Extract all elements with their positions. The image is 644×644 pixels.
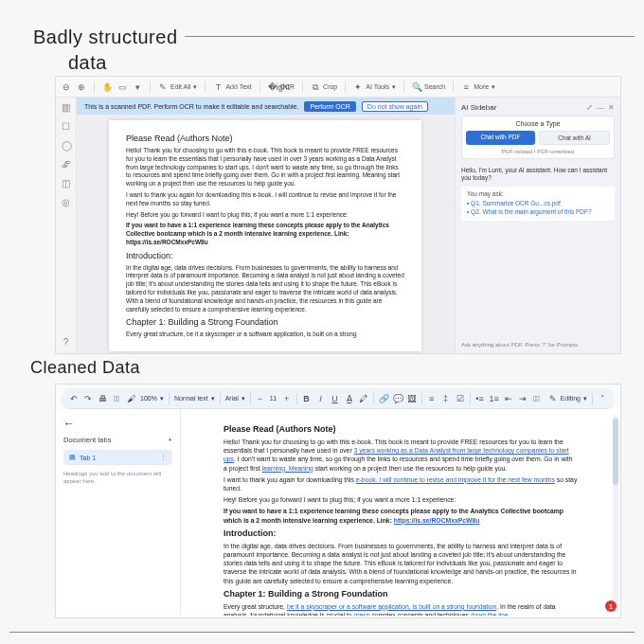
more-button[interactable]: ≡More▾ <box>461 82 495 92</box>
more-icon: ≡ <box>461 82 471 92</box>
highlight-color-icon[interactable]: 🖍 <box>359 394 368 403</box>
comment-icon[interactable]: 💬 <box>393 394 402 403</box>
dec-font-icon[interactable]: − <box>256 394 265 403</box>
doc-link[interactable]: https://is.se/ROCMxxPcW8u <box>394 517 480 524</box>
zoom-out-icon[interactable]: ⊖ <box>62 82 71 92</box>
align-icon[interactable]: ≡ <box>427 394 437 403</box>
outline-icon[interactable]: ◯ <box>62 141 71 151</box>
italic-icon[interactable]: I <box>316 394 326 403</box>
doc-heading-authors-note: Please Read (Authors Note) <box>126 133 404 144</box>
document-tabs-label: Document tabs <box>63 436 111 444</box>
doc-link[interactable]: e-book. I will continue to revise and im… <box>356 476 555 483</box>
doc-link[interactable]: learning. Meaning <box>262 465 313 472</box>
checklist-icon[interactable]: ☑ <box>456 394 465 403</box>
crop-button[interactable]: ⧉Crop <box>311 82 337 92</box>
clear-format-icon[interactable]: Ｔ̶ <box>532 394 542 403</box>
pdf-left-rail: ▥ ☐ ◯ 🖇 ◫ ◎ ? <box>56 98 77 353</box>
thumbnails-icon[interactable]: ▥ <box>62 103 71 113</box>
font-select[interactable]: Arial▾ <box>225 395 245 402</box>
paint-format-icon[interactable]: 🖌 <box>126 394 135 403</box>
gdocs-canvas[interactable]: Please Read (Authors Note) Hello! Thank … <box>181 409 620 616</box>
banner-text: This is a scanned PDF. Perform OCR to ma… <box>84 103 298 110</box>
number-list-icon[interactable]: 1≡ <box>490 394 499 403</box>
layers-icon[interactable]: ◫ <box>62 179 71 188</box>
spark-icon: ✦ <box>353 82 363 92</box>
doc-link[interactable]: down the line <box>471 612 509 616</box>
minimize-icon[interactable]: — <box>597 103 604 112</box>
crop-icon: ⧉ <box>311 82 320 92</box>
zoom-in-icon[interactable]: ⊕ <box>77 82 86 92</box>
text-color-icon[interactable]: A̲ <box>345 394 354 403</box>
outline-tab-1[interactable]: ▤ Tab 1 ⋮ <box>63 450 172 465</box>
doc-para: Hello! Thank you for choosing to go with… <box>126 147 404 188</box>
suggested-q1[interactable]: • Q1. Summarize OCR Gu...cs.pdf <box>467 200 609 206</box>
attachment-icon[interactable]: 🖇 <box>62 160 71 170</box>
bullet-list-icon[interactable]: •≡ <box>475 394 485 403</box>
pdf-app-window: ⊖ ⊕ ✋ ▭▾ ✎Edit All▾ TAdd Text �ightOCR ⧉… <box>55 76 621 354</box>
type-chooser: Choose a Type Chat with PDF Chat with AI… <box>461 116 615 159</box>
ocr-icon: �ight <box>268 82 277 92</box>
inc-font-icon[interactable]: + <box>282 394 292 403</box>
pencil-icon: ✎ <box>548 394 558 403</box>
indent-inc-icon[interactable]: ⇥ <box>518 394 528 403</box>
tab-menu-icon[interactable]: ⋮ <box>160 454 167 461</box>
bold-icon[interactable]: B <box>302 394 312 403</box>
spellcheck-icon[interactable]: Ａ̲ <box>112 394 121 403</box>
underline-icon[interactable]: U <box>331 394 340 403</box>
redo-icon[interactable]: ↷ <box>83 394 93 403</box>
gdocs-outline: ← Document tabs + ▤ Tab 1 ⋮ Headings you… <box>56 409 181 616</box>
heading-badly-structured-a: Badly structured <box>33 27 178 48</box>
dismiss-banner-button[interactable]: Do not show again <box>362 101 428 112</box>
scrollbar-thumb[interactable] <box>613 419 618 485</box>
explore-badge[interactable]: 1 <box>605 600 617 612</box>
expand-icon[interactable]: ⤢ <box>586 103 593 112</box>
ocr-button[interactable]: �ightOCR <box>268 82 295 92</box>
tab-chat-pdf[interactable]: Chat with PDF <box>466 131 535 145</box>
doc-link[interactable]: be it a skyscraper or a software applica… <box>287 603 496 610</box>
mode-select[interactable]: ✎Editing▾ <box>548 394 587 403</box>
suggested-q2[interactable]: • Q2. What is the main argument of this … <box>467 208 609 215</box>
divider-top <box>185 36 635 37</box>
ai-tools-button[interactable]: ✦AI Tools▾ <box>353 82 396 92</box>
edit-all-button[interactable]: ✎Edit All▾ <box>158 82 197 92</box>
suggested-prompts: You may ask: • Q1. Summarize OCR Gu...cs… <box>461 187 615 221</box>
outline-hint: Headings you add to the document will ap… <box>63 471 172 486</box>
perform-ocr-button[interactable]: Perform OCR <box>304 101 355 112</box>
help-icon[interactable]: ? <box>62 338 71 348</box>
divider-bottom <box>9 632 635 633</box>
style-select[interactable]: Normal text▾ <box>174 395 215 402</box>
type-subnote: PDF-related / PDF-unrelated <box>466 149 610 154</box>
image-icon[interactable]: 🖼 <box>407 394 417 403</box>
close-icon[interactable]: ✕ <box>608 103 615 112</box>
gdocs-toolbar: ↶ ↷ 🖶 Ａ̲ 🖌 100%▾ Normal text▾ Arial▾ − 1… <box>62 388 615 409</box>
doc-para: If you want to have a 1:1 experience lea… <box>224 507 578 524</box>
scrollbar[interactable] <box>613 415 618 610</box>
heading-badly-structured-b: data <box>68 52 107 74</box>
pdf-page: Please Read (Authors Note) Hello! Thank … <box>109 120 421 351</box>
indent-dec-icon[interactable]: ⇤ <box>504 394 513 403</box>
stamp-icon[interactable]: ◎ <box>62 198 71 207</box>
add-tab-icon[interactable]: + <box>169 436 172 444</box>
link-icon[interactable]: 🔗 <box>379 394 388 403</box>
doc-heading-chapter1: Chapter 1: Building a Strong Foundation <box>224 588 578 599</box>
search-button[interactable]: 🔍Search <box>412 82 445 92</box>
back-icon[interactable]: ← <box>63 417 172 430</box>
font-size[interactable]: 11 <box>270 395 277 402</box>
tab-doc-icon: ▤ <box>69 454 76 461</box>
collapse-toolbar-icon[interactable]: ˄ <box>598 394 607 403</box>
tab-chat-ai[interactable]: Chat with AI <box>539 131 610 145</box>
line-spacing-icon[interactable]: ‡ <box>441 394 451 403</box>
zoom-select[interactable]: 100%▾ <box>140 395 164 402</box>
print-icon[interactable]: 🖶 <box>98 394 107 403</box>
ai-sidebar: AI Sidebar ⤢ — ✕ Choose a Type Chat with… <box>455 98 620 353</box>
highlight-icon[interactable]: ▭ <box>117 82 127 92</box>
doc-link[interactable]: grasp <box>354 612 370 616</box>
doc-heading-chapter1: Chapter 1: Building a Strong Foundation <box>126 316 404 328</box>
doc-para: Hey! Before you go forward I want to plu… <box>224 495 578 504</box>
hand-tool-icon[interactable]: ✋ <box>102 82 112 92</box>
bookmark-icon[interactable]: ☐ <box>62 122 71 132</box>
undo-icon[interactable]: ↶ <box>69 394 79 403</box>
add-text-button[interactable]: TAdd Text <box>213 82 251 92</box>
ai-input-hint: Ask anything about PDF. Press "/" for Pr… <box>461 342 615 348</box>
dropdown-icon[interactable]: ▾ <box>133 82 142 92</box>
